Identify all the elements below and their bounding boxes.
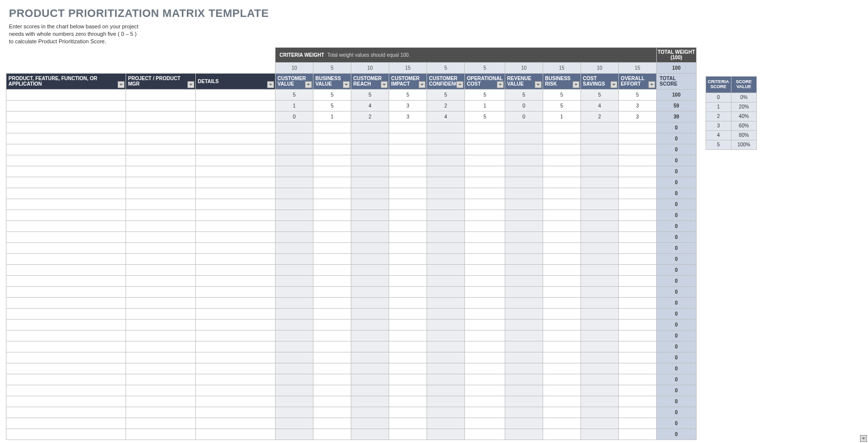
score-cell[interactable]: [580, 297, 618, 308]
score-cell[interactable]: 2: [427, 100, 465, 111]
score-cell[interactable]: [618, 330, 656, 341]
score-cell[interactable]: [580, 133, 618, 144]
mgr-cell[interactable]: [126, 286, 196, 297]
product-cell[interactable]: [6, 297, 126, 308]
score-cell[interactable]: [276, 177, 313, 188]
product-cell[interactable]: [6, 122, 126, 133]
filter-icon[interactable]: [610, 81, 617, 88]
score-cell[interactable]: [505, 429, 543, 440]
score-cell[interactable]: [313, 363, 351, 374]
score-cell[interactable]: [313, 122, 351, 133]
score-cell[interactable]: [618, 155, 656, 166]
score-cell[interactable]: [351, 242, 389, 253]
product-cell[interactable]: [6, 363, 126, 374]
details-cell[interactable]: [196, 429, 276, 440]
score-cell[interactable]: [465, 188, 505, 199]
score-cell[interactable]: [543, 319, 580, 330]
score-cell[interactable]: [580, 396, 618, 407]
score-cell[interactable]: [427, 177, 465, 188]
mgr-cell[interactable]: [126, 374, 196, 385]
filter-icon[interactable]: [419, 81, 426, 88]
score-cell[interactable]: [580, 166, 618, 177]
score-cell[interactable]: [389, 166, 427, 177]
score-cell[interactable]: [505, 155, 543, 166]
score-cell[interactable]: [389, 199, 427, 210]
score-cell[interactable]: [543, 341, 580, 352]
score-cell[interactable]: 5: [543, 100, 580, 111]
score-cell[interactable]: [543, 122, 580, 133]
score-cell[interactable]: [543, 155, 580, 166]
score-cell[interactable]: [427, 286, 465, 297]
score-cell[interactable]: [465, 319, 505, 330]
filter-icon[interactable]: [648, 81, 655, 88]
score-cell[interactable]: [276, 308, 313, 319]
score-cell[interactable]: [465, 133, 505, 144]
score-cell[interactable]: [580, 286, 618, 297]
col-header-criteria-2[interactable]: CUSTOMER REACH: [351, 73, 389, 89]
score-cell[interactable]: 5: [389, 89, 427, 100]
score-cell[interactable]: [543, 407, 580, 418]
mgr-cell[interactable]: [126, 352, 196, 363]
score-cell[interactable]: [389, 308, 427, 319]
score-cell[interactable]: [580, 429, 618, 440]
details-cell[interactable]: [196, 89, 276, 100]
score-cell[interactable]: [505, 253, 543, 264]
filter-icon[interactable]: [343, 81, 350, 88]
score-cell[interactable]: [465, 177, 505, 188]
score-cell[interactable]: [276, 155, 313, 166]
score-cell[interactable]: 5: [465, 111, 505, 122]
score-cell[interactable]: [389, 155, 427, 166]
score-cell[interactable]: [465, 374, 505, 385]
filter-icon[interactable]: [267, 81, 274, 88]
score-cell[interactable]: [276, 210, 313, 221]
score-cell[interactable]: [505, 231, 543, 242]
score-cell[interactable]: [618, 429, 656, 440]
product-cell[interactable]: [6, 210, 126, 221]
details-cell[interactable]: [196, 418, 276, 429]
score-cell[interactable]: [465, 385, 505, 396]
details-cell[interactable]: [196, 275, 276, 286]
score-cell[interactable]: [276, 133, 313, 144]
score-cell[interactable]: [427, 231, 465, 242]
score-cell[interactable]: [465, 352, 505, 363]
product-cell[interactable]: [6, 418, 126, 429]
score-cell[interactable]: [389, 275, 427, 286]
score-cell[interactable]: [351, 396, 389, 407]
score-cell[interactable]: [618, 374, 656, 385]
score-cell[interactable]: [427, 275, 465, 286]
score-cell[interactable]: [505, 385, 543, 396]
score-cell[interactable]: [505, 308, 543, 319]
score-cell[interactable]: [313, 308, 351, 319]
score-cell[interactable]: [427, 264, 465, 275]
score-cell[interactable]: [276, 319, 313, 330]
score-cell[interactable]: [276, 221, 313, 231]
mgr-cell[interactable]: [126, 275, 196, 286]
score-cell[interactable]: [543, 210, 580, 221]
product-cell[interactable]: [6, 275, 126, 286]
score-cell[interactable]: [389, 319, 427, 330]
col-header-criteria-7[interactable]: BUSINESS RISK: [543, 73, 580, 89]
score-cell[interactable]: [427, 199, 465, 210]
product-cell[interactable]: [6, 199, 126, 210]
score-cell[interactable]: [465, 297, 505, 308]
product-cell[interactable]: [6, 242, 126, 253]
score-cell[interactable]: 5: [427, 89, 465, 100]
product-cell[interactable]: [6, 166, 126, 177]
product-cell[interactable]: [6, 286, 126, 297]
details-cell[interactable]: [196, 297, 276, 308]
score-cell[interactable]: [543, 330, 580, 341]
details-cell[interactable]: [196, 177, 276, 188]
score-cell[interactable]: 5: [543, 89, 580, 100]
score-cell[interactable]: [313, 133, 351, 144]
score-cell[interactable]: [618, 319, 656, 330]
score-cell[interactable]: [427, 144, 465, 155]
score-cell[interactable]: [351, 133, 389, 144]
score-cell[interactable]: [580, 407, 618, 418]
score-cell[interactable]: [389, 242, 427, 253]
product-cell[interactable]: [6, 352, 126, 363]
score-cell[interactable]: [505, 363, 543, 374]
score-cell[interactable]: [427, 429, 465, 440]
score-cell[interactable]: [351, 122, 389, 133]
score-cell[interactable]: [543, 177, 580, 188]
score-cell[interactable]: 5: [465, 89, 505, 100]
